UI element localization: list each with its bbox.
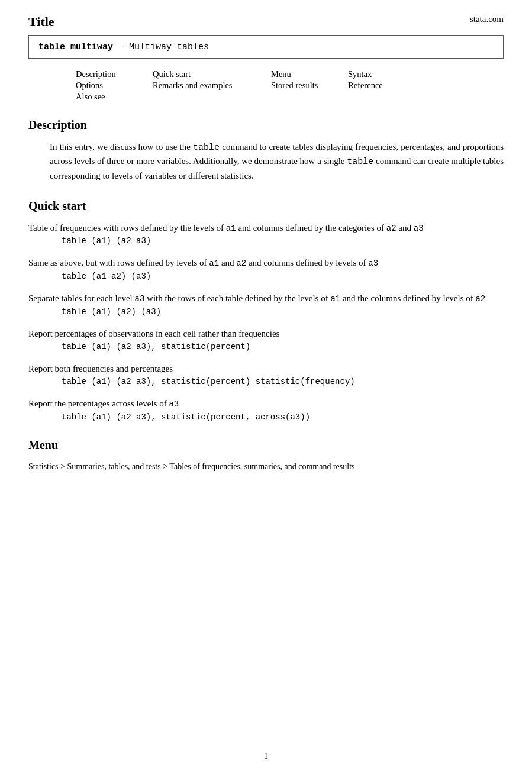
domain-label: stata.com (470, 14, 504, 24)
qs-6-a3: a3 (169, 399, 179, 409)
qs-item-3-code: table (a1) (a2) (a3) (62, 307, 504, 317)
nav-quick-start[interactable]: Quick start (153, 69, 271, 79)
qs-1-a1: a1 (226, 224, 236, 233)
page-number: 1 (264, 752, 268, 761)
nav-description[interactable]: Description (76, 69, 153, 79)
qs-item-6-text: Report the percentages across levels of … (28, 397, 504, 411)
qs-item-2-code: table (a1 a2) (a3) (62, 272, 504, 281)
description-section: Description In this entry, we discuss ho… (28, 118, 504, 183)
nav-stored-results[interactable]: Stored results (271, 80, 348, 91)
qs-1-a3: a3 (414, 224, 424, 233)
nav-syntax[interactable]: Syntax (348, 69, 419, 79)
qs-3-a1: a1 (330, 294, 340, 304)
qs-item-5-text: Report both frequencies and percentages (28, 362, 504, 376)
menu-section: Menu Statistics > Summaries, tables, and… (28, 438, 504, 473)
qs-2-a3: a3 (368, 259, 378, 268)
qs-3-a2: a2 (475, 294, 485, 304)
page: Title stata.com table multiway — Multiwa… (0, 0, 532, 778)
title-box-separator: — (118, 42, 129, 52)
title-box-command: table multiway (38, 42, 113, 52)
quick-start-heading: Quick start (28, 199, 504, 213)
nav-remarks[interactable]: Remarks and examples (153, 80, 271, 91)
header: Title stata.com (28, 14, 504, 30)
qs-2-a1: a1 (209, 259, 219, 268)
nav-also-see[interactable]: Also see (76, 92, 153, 102)
qs-2-a2: a2 (236, 259, 246, 268)
title-box: table multiway — Multiway tables (28, 35, 504, 59)
title-box-desc: Multiway tables (129, 42, 209, 52)
qs-item-2-text: Same as above, but with rows defined by … (28, 256, 504, 270)
qs-item-4-text: Report percentages of observations in ea… (28, 327, 504, 341)
qs-item-3-text: Separate tables for each level a3 with t… (28, 292, 504, 306)
qs-item-6: Report the percentages across levels of … (28, 397, 504, 422)
nav-table: Description Quick start Menu Syntax Opti… (76, 69, 504, 102)
qs-item-2: Same as above, but with rows defined by … (28, 256, 504, 281)
nav-menu[interactable]: Menu (271, 69, 348, 79)
page-title: Title (28, 14, 54, 30)
quick-start-section: Quick start Table of frequencies with ro… (28, 199, 504, 422)
nav-options[interactable]: Options (76, 80, 153, 91)
qs-item-6-code: table (a1) (a2 a3), statistic(percent, a… (62, 412, 504, 422)
qs-item-5: Report both frequencies and percentages … (28, 362, 504, 386)
description-body: In this entry, we discuss how to use the… (50, 140, 504, 183)
description-heading: Description (28, 118, 504, 132)
menu-path: Statistics > Summaries, tables, and test… (28, 460, 504, 473)
qs-item-3: Separate tables for each level a3 with t… (28, 292, 504, 317)
nav-reference[interactable]: Reference (348, 80, 419, 91)
menu-heading: Menu (28, 438, 504, 452)
description-cmd1: table (193, 143, 220, 153)
qs-item-1-text: Table of frequencies with rows defined b… (28, 221, 504, 235)
qs-3-a3: a3 (135, 294, 145, 304)
qs-item-1-code: table (a1) (a2 a3) (62, 236, 504, 246)
qs-item-1: Table of frequencies with rows defined b… (28, 221, 504, 246)
description-cmd2: table (347, 157, 373, 167)
qs-item-4: Report percentages of observations in ea… (28, 327, 504, 351)
qs-1-a2: a2 (386, 224, 396, 233)
qs-item-5-code: table (a1) (a2 a3), statistic(percent) s… (62, 377, 504, 386)
qs-item-4-code: table (a1) (a2 a3), statistic(percent) (62, 342, 504, 351)
